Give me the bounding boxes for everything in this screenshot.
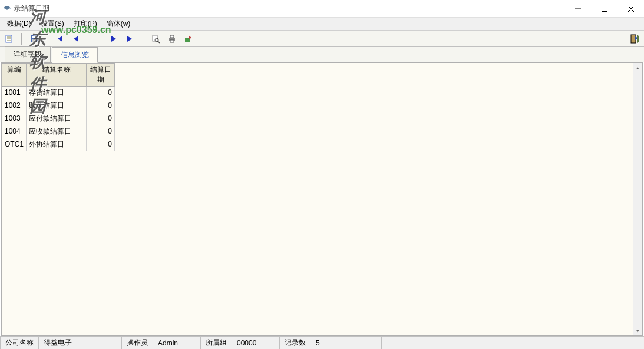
vertical-scrollbar[interactable]: ▴ ▾: [633, 63, 642, 335]
cell-name: 外协结算日: [27, 138, 87, 151]
svg-rect-6: [32, 36, 37, 38]
window-title: 录结算日期: [14, 4, 49, 14]
cell-date: 0: [87, 99, 115, 112]
content-area: 算编 结算名称 结算日期 1001 存货结算日 0 1002 财务结算日 0 1…: [1, 62, 643, 336]
cell-date: 0: [87, 125, 115, 138]
cell-name: 应收款结算日: [27, 125, 87, 138]
status-count: 5: [311, 337, 382, 349]
tab-browse[interactable]: 信息浏览: [52, 47, 98, 63]
close-button[interactable]: [617, 0, 644, 18]
svg-rect-7: [32, 39, 36, 42]
status-operator: Admin: [153, 337, 200, 349]
minimize-button[interactable]: [564, 0, 591, 18]
svg-rect-12: [170, 35, 174, 38]
new-icon[interactable]: [2, 32, 15, 45]
toolbar: [0, 31, 644, 47]
cell-date: 0: [87, 112, 115, 125]
table-row[interactable]: 1001 存货结算日 0: [2, 87, 115, 99]
print-icon[interactable]: [166, 32, 179, 45]
table-row[interactable]: 1003 应付款结算日 0: [2, 112, 115, 125]
cell-name: 存货结算日: [27, 87, 87, 99]
cell-code: 1004: [2, 125, 27, 138]
svg-line-10: [158, 41, 160, 43]
prev-icon[interactable]: [70, 32, 82, 45]
app-icon: [2, 4, 12, 14]
header-date[interactable]: 结算日期: [87, 64, 115, 87]
export-icon[interactable]: [182, 32, 195, 45]
tab-bar: 详细字段 信息浏览: [0, 47, 644, 62]
window-controls: [564, 0, 644, 18]
menu-data[interactable]: 数据(D): [2, 18, 36, 30]
scroll-up-icon[interactable]: ▴: [633, 63, 642, 72]
status-group-label: 所属组: [200, 337, 232, 349]
cell-code: 1003: [2, 112, 27, 125]
cell-name: 应付款结算日: [27, 112, 87, 125]
menu-window[interactable]: 窗体(w): [102, 18, 136, 30]
preview-icon[interactable]: [149, 32, 162, 45]
separator: [21, 33, 22, 45]
maximize-button[interactable]: [591, 0, 617, 18]
menu-print[interactable]: 打印(P): [69, 18, 102, 30]
cell-code: 1002: [2, 99, 27, 112]
scroll-down-icon[interactable]: ▾: [633, 326, 642, 335]
grid-header: 算编 结算名称 结算日期: [2, 64, 115, 87]
svg-rect-13: [170, 40, 174, 42]
table-row[interactable]: 1002 财务结算日 0: [2, 99, 115, 112]
last-icon[interactable]: [124, 32, 137, 45]
status-count-label: 记录数: [279, 337, 311, 349]
data-grid[interactable]: 算编 结算名称 结算日期 1001 存货结算日 0 1002 财务结算日 0 1…: [2, 63, 115, 151]
cell-name: 财务结算日: [27, 99, 87, 112]
separator: [47, 33, 47, 45]
save-icon[interactable]: [28, 32, 41, 45]
status-bar: 公司名称 得益电子 操作员 Admin 所属组 00000 记录数 5: [0, 336, 644, 349]
status-company: 得益电子: [39, 337, 121, 349]
status-group: 00000: [232, 337, 279, 349]
cell-date: 0: [87, 87, 115, 99]
svg-rect-1: [602, 6, 607, 12]
cell-code: 1001: [2, 87, 27, 99]
status-company-label: 公司名称: [0, 337, 39, 349]
tab-detail[interactable]: 详细字段: [5, 46, 51, 62]
exit-icon[interactable]: [629, 32, 642, 45]
header-name[interactable]: 结算名称: [27, 64, 87, 87]
cell-code: OTC1: [2, 138, 27, 151]
menu-settings[interactable]: 设置(S): [36, 18, 69, 30]
table-row[interactable]: 1004 应收款结算日 0: [2, 125, 115, 138]
cell-date: 0: [87, 138, 115, 151]
table-row[interactable]: OTC1 外协结算日 0: [2, 138, 115, 151]
title-bar: 录结算日期: [0, 0, 644, 18]
status-operator-label: 操作员: [121, 337, 153, 349]
header-code[interactable]: 算编: [2, 64, 27, 87]
next-icon[interactable]: [107, 32, 120, 45]
menu-bar: 数据(D) 设置(S) 打印(P) 窗体(w): [0, 18, 644, 31]
first-icon[interactable]: [53, 32, 66, 45]
separator: [143, 33, 143, 45]
